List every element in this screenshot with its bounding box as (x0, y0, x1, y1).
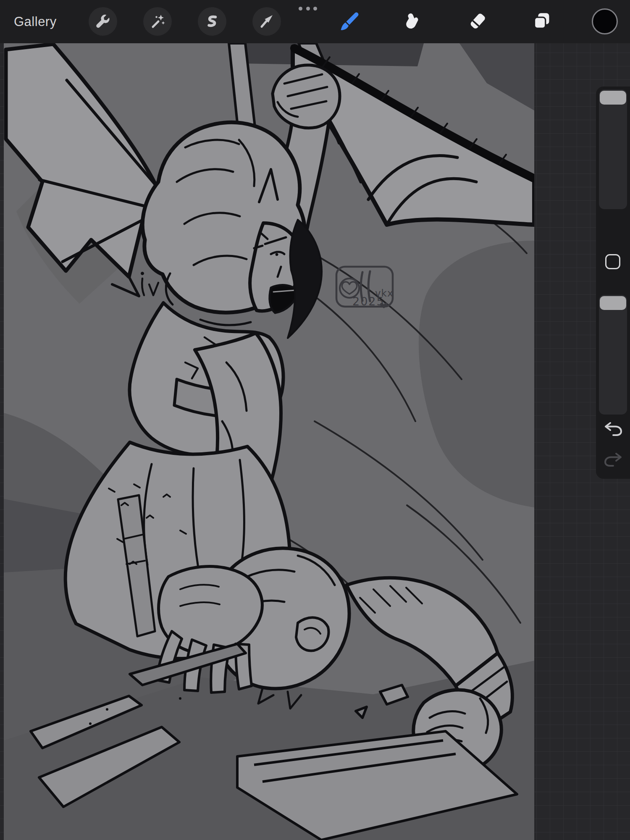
brush-size-slider[interactable] (599, 89, 627, 209)
workspace-background: vkx 2025 (0, 43, 630, 840)
procreate-app: Gallery (0, 0, 630, 840)
dot-icon (313, 7, 317, 10)
modify-button[interactable] (605, 254, 620, 269)
magic-wand-icon (150, 13, 165, 29)
window-controls-button[interactable] (299, 5, 317, 11)
arrow-cursor-icon (259, 13, 275, 29)
paint-tool-button[interactable] (335, 7, 363, 36)
color-swatch-button[interactable] (592, 8, 618, 34)
adjustments-button[interactable] (143, 7, 172, 36)
smudge-finger-icon (402, 11, 423, 32)
dot-icon (299, 7, 302, 10)
transform-button[interactable] (252, 7, 281, 36)
erase-tool-button[interactable] (463, 7, 492, 36)
undo-arrow-icon (604, 421, 622, 437)
opacity-handle[interactable] (600, 296, 626, 310)
brush-sidebar (596, 87, 630, 479)
opacity-slider[interactable] (599, 295, 627, 415)
signature-year: 2025 (352, 295, 385, 308)
actions-button[interactable] (89, 7, 117, 36)
layers-button[interactable] (528, 7, 556, 36)
eraser-icon (467, 11, 488, 32)
redo-arrow-icon (604, 452, 622, 467)
brush-size-handle[interactable] (600, 91, 626, 105)
wrench-icon (95, 13, 111, 29)
top-toolbar: Gallery (0, 0, 630, 43)
selection-button[interactable] (198, 7, 226, 36)
redo-button[interactable] (604, 451, 623, 468)
smudge-tool-button[interactable] (398, 7, 427, 36)
canvas[interactable]: vkx 2025 (4, 43, 534, 840)
canvas-artwork[interactable]: vkx 2025 (4, 43, 534, 840)
dot-icon (306, 7, 310, 10)
gallery-button[interactable]: Gallery (14, 0, 57, 43)
undo-button[interactable] (604, 420, 623, 437)
stacked-squares-icon (532, 11, 552, 32)
s-curve-icon (204, 13, 220, 29)
paintbrush-icon (339, 11, 360, 32)
